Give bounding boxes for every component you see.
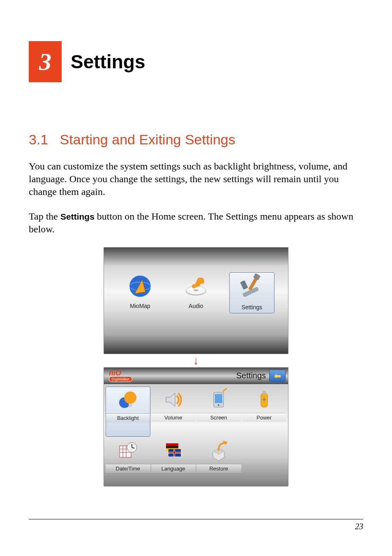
mio-logo: niO DigiWalker	[109, 370, 132, 382]
svg-rect-37	[174, 449, 175, 456]
paragraph-2: Tap the Settings button on the Home scre…	[29, 210, 363, 236]
svg-rect-16	[215, 394, 222, 403]
svg-rect-31	[166, 443, 178, 446]
home-tile-miomap[interactable]: MioMap	[118, 272, 163, 313]
home-tile-settings[interactable]: Settings	[229, 272, 274, 313]
box-arrow-icon	[207, 439, 230, 462]
svg-point-17	[218, 404, 219, 406]
svg-rect-20	[263, 391, 266, 394]
figure: MioMap Audio	[29, 247, 363, 486]
chapter-heading: 3 Settings	[29, 41, 363, 82]
settings-tile-volume[interactable]: Volume	[151, 387, 196, 437]
svg-point-5	[194, 289, 198, 291]
settings-tile-label: Date/Time	[106, 464, 150, 473]
home-tile-label: MioMap	[130, 301, 150, 312]
tools-icon	[238, 273, 266, 302]
globe-icon	[126, 272, 154, 301]
calendar-clock-icon	[116, 439, 139, 462]
pda-icon	[207, 388, 230, 411]
settings-tile-label: Screen	[196, 413, 241, 422]
settings-tile-label: Volume	[151, 413, 196, 422]
speaker-icon	[162, 388, 185, 411]
settings-button-name: Settings	[60, 212, 95, 221]
settings-grid: Backlight Volume	[104, 384, 288, 486]
svg-rect-8	[240, 280, 248, 290]
settings-tile-power[interactable]: + Power	[242, 387, 287, 437]
settings-tile-label: Language	[151, 464, 196, 473]
home-tile-audio[interactable]: Audio	[173, 272, 219, 313]
svg-line-18	[223, 388, 227, 392]
settings-tile-language[interactable]: Language	[151, 438, 196, 486]
svg-rect-13	[129, 403, 132, 407]
settings-tile-label: Restore	[196, 464, 241, 473]
settings-screen-title: Settings	[236, 371, 266, 380]
battery-icon: +	[253, 388, 276, 411]
svg-point-12	[124, 392, 136, 404]
section-title: Starting and Exiting Settings	[60, 132, 235, 147]
page-number: 23	[355, 522, 363, 531]
settings-tile-label: Backlight	[106, 413, 150, 422]
section-heading: 3.1 Starting and Exiting Settings	[29, 132, 363, 148]
section-number: 3.1	[29, 132, 48, 147]
home-tile-label: Settings	[242, 302, 263, 313]
settings-tile-datetime[interactable]: Date/Time	[106, 438, 150, 486]
paragraph-2a: Tap the	[29, 211, 60, 222]
svg-marker-14	[166, 393, 175, 406]
svg-point-6	[192, 284, 196, 288]
settings-screen-figure: niO DigiWalker Settings ⬅	[104, 367, 288, 486]
logo-subtext: DigiWalker	[109, 376, 132, 382]
page-footer: 23	[29, 519, 363, 531]
settings-tile-backlight[interactable]: Backlight	[106, 387, 150, 437]
settings-tile-label: Power	[242, 413, 287, 422]
music-cd-icon	[182, 272, 210, 301]
chapter-title: Settings	[71, 51, 145, 73]
paragraph-1: You can customize the system settings su…	[29, 160, 363, 199]
logo-text: niO	[109, 370, 121, 376]
back-button[interactable]: ⬅	[269, 370, 286, 382]
home-screen-figure: MioMap Audio	[104, 247, 288, 354]
home-tile-label: Audio	[189, 301, 203, 312]
arrow-down-icon: ↓	[193, 355, 199, 366]
svg-text:+: +	[262, 396, 266, 404]
chapter-number-box: 3	[29, 41, 62, 82]
back-arrow-icon: ⬅	[274, 371, 281, 381]
settings-tile-restore[interactable]: Restore	[196, 438, 241, 486]
settings-header: niO DigiWalker Settings ⬅	[104, 368, 288, 384]
bulb-icon	[116, 389, 139, 412]
flags-icon	[162, 439, 185, 462]
settings-tile-screen[interactable]: Screen	[196, 387, 241, 437]
